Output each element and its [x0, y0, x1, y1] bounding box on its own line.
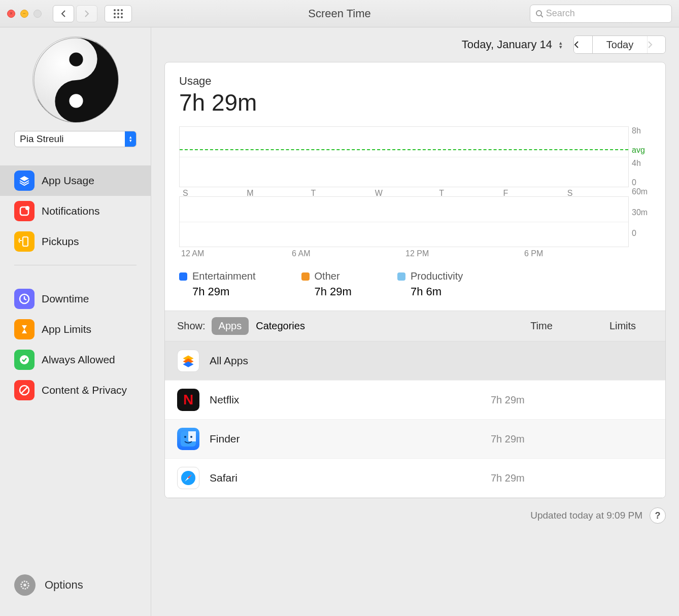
- legend-value: 7h 6m: [411, 285, 463, 298]
- filter-bar: Show: Apps Categories Time Limits: [165, 311, 665, 341]
- sidebar-item-label: Always Allowed: [42, 354, 115, 366]
- maximize-button: [33, 10, 42, 18]
- hourly-y-axis: 60m30m0: [629, 187, 651, 238]
- forward-button[interactable]: [76, 5, 97, 22]
- chevron-left-icon: [60, 10, 66, 18]
- legend-value: 7h 29m: [192, 285, 256, 298]
- layers-icon: [14, 170, 35, 191]
- date-stepper-icon[interactable]: ▴▾: [559, 41, 568, 49]
- sidebar: Pia Streuli App UsageNotificationsPickup…: [0, 27, 151, 616]
- legend-name: Entertainment: [192, 270, 256, 282]
- legend-value: 7h 29m: [315, 285, 352, 298]
- svg-point-8: [121, 16, 123, 18]
- filter-pill: Apps Categories: [212, 317, 312, 335]
- sidebar-item-always-allowed[interactable]: Always Allowed: [0, 345, 151, 375]
- traffic-lights: × −: [7, 10, 42, 18]
- svg-point-13: [69, 94, 83, 108]
- date-prev-button[interactable]: [574, 36, 592, 53]
- legend-other: Other7h 29m: [301, 270, 352, 298]
- sidebar-section-reports: App UsageNotificationsPickups: [0, 165, 151, 257]
- user-avatar: [32, 37, 119, 123]
- legend-name: Productivity: [411, 270, 463, 282]
- sidebar-item-pickups[interactable]: Pickups: [0, 226, 151, 257]
- svg-rect-16: [23, 237, 28, 246]
- search-icon: [535, 10, 543, 18]
- stepper-icon: [125, 131, 136, 147]
- usage-header: Usage 7h 29m: [165, 62, 665, 121]
- apps-grid-button[interactable]: [105, 5, 132, 22]
- help-button[interactable]: ?: [650, 507, 666, 524]
- user-select[interactable]: Pia Streuli: [14, 131, 137, 147]
- legend-swatch: [179, 272, 187, 281]
- svg-point-5: [121, 13, 123, 15]
- svg-point-3: [114, 13, 116, 15]
- svg-point-6: [114, 16, 116, 18]
- filter-categories-button[interactable]: Categories: [249, 317, 312, 335]
- app-row-safari[interactable]: Safari7h 29m: [165, 459, 665, 498]
- app-name: Netflix: [210, 394, 491, 406]
- sidebar-item-label: App Usage: [42, 175, 94, 187]
- date-next-button[interactable]: [647, 36, 665, 53]
- sidebar-item-downtime[interactable]: Downtime: [0, 284, 151, 314]
- legend-productivity: Productivity7h 6m: [397, 270, 463, 298]
- yin-yang-icon: [33, 37, 119, 123]
- back-button[interactable]: [53, 5, 74, 22]
- app-name: All Apps: [210, 355, 491, 367]
- today-button[interactable]: Today: [592, 36, 647, 53]
- sidebar-item-label: Downtime: [42, 293, 89, 305]
- date-row: Today, January 14 ▴▾ Today: [151, 27, 679, 62]
- chevron-right-icon: [84, 10, 90, 18]
- app-row-finder[interactable]: Finder7h 29m: [165, 420, 665, 459]
- usage-panel: Usage 7h 29m SMTWTFS 8havg4h0: [164, 62, 666, 498]
- date-label[interactable]: Today, January 14: [462, 38, 552, 51]
- chart-legend: Entertainment7h 29mOther7h 29mProductivi…: [165, 262, 665, 311]
- clock-icon: [14, 289, 35, 309]
- sidebar-separator: [14, 265, 137, 265]
- svg-point-21: [23, 584, 26, 587]
- column-time-header: Time: [491, 320, 592, 332]
- sidebar-item-label: Notifications: [42, 205, 99, 217]
- svg-point-24: [184, 436, 186, 438]
- sidebar-options[interactable]: Options: [0, 562, 151, 616]
- sidebar-item-notifications[interactable]: Notifications: [0, 196, 151, 226]
- svg-point-9: [536, 11, 541, 16]
- hourly-x-axis: 12 AM6 AM12 PM6 PM: [179, 249, 651, 258]
- minimize-button[interactable]: −: [20, 10, 28, 18]
- svg-line-10: [541, 15, 543, 17]
- svg-point-2: [121, 9, 123, 11]
- search-field[interactable]: [530, 5, 672, 23]
- app-name: Finder: [210, 433, 491, 445]
- weekly-y-axis: 8havg4h0: [629, 126, 651, 187]
- hourly-chart: [179, 196, 629, 247]
- svg-line-20: [21, 387, 27, 393]
- svg-point-4: [117, 13, 119, 15]
- legend-entertainment: Entertainment7h 29m: [179, 270, 256, 298]
- chevron-left-icon: [574, 41, 579, 48]
- close-button[interactable]: ×: [7, 10, 15, 18]
- svg-point-0: [114, 9, 116, 11]
- footer: Updated today at 9:09 PM ?: [151, 498, 679, 535]
- updated-label: Updated today at 9:09 PM: [530, 510, 642, 521]
- user-name: Pia Streuli: [20, 133, 64, 145]
- check-icon: [14, 350, 35, 370]
- svg-point-12: [69, 53, 83, 66]
- titlebar: × − Screen Time: [0, 0, 679, 27]
- legend-swatch: [301, 272, 310, 281]
- search-input[interactable]: [546, 8, 666, 19]
- column-limits-header: Limits: [592, 320, 653, 332]
- sidebar-item-app-usage[interactable]: App Usage: [0, 165, 151, 196]
- sidebar-item-app-limits[interactable]: App Limits: [0, 314, 151, 345]
- options-label: Options: [45, 578, 83, 592]
- svg-point-25: [190, 436, 192, 438]
- phone-icon: [14, 231, 35, 252]
- app-row-netflix[interactable]: NNetflix7h 29m: [165, 381, 665, 420]
- filter-apps-button[interactable]: Apps: [212, 317, 249, 335]
- sidebar-item-content-privacy[interactable]: Content & Privacy: [0, 375, 151, 405]
- date-segment: Today: [573, 36, 666, 54]
- usage-title: Usage: [179, 75, 651, 88]
- nav-buttons: [53, 5, 97, 22]
- chevron-right-icon: [648, 41, 653, 48]
- app-time: 7h 29m: [491, 394, 592, 406]
- options-icon: [14, 574, 36, 596]
- app-row-all-apps[interactable]: All Apps: [165, 341, 665, 381]
